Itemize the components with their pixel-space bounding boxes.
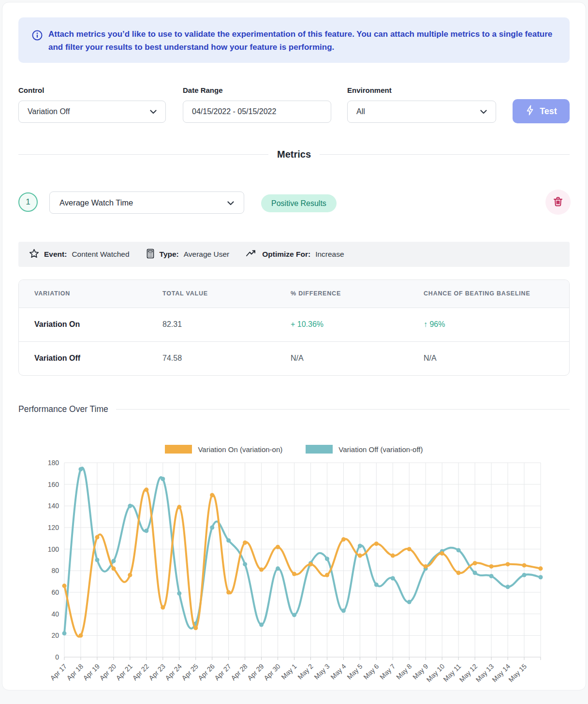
total-value: 82.31 [147, 308, 275, 341]
svg-text:Apr 23: Apr 23 [147, 662, 167, 682]
metric-select[interactable]: Average Watch Time [49, 191, 244, 214]
metrics-section-title: Metrics [268, 149, 320, 160]
svg-text:Apr 22: Apr 22 [131, 662, 150, 682]
svg-text:May 8: May 8 [395, 662, 413, 681]
svg-text:80: 80 [51, 567, 59, 574]
svg-text:Apr 18: Apr 18 [65, 662, 85, 682]
info-banner-text: Attach metrics you’d like to use to vali… [48, 28, 559, 54]
svg-text:Apr 29: Apr 29 [246, 662, 265, 682]
col-chance: CHANCE OF BEATING BASELINE [408, 280, 569, 308]
table-row: Variation Off 74.58 N/A N/A [19, 341, 569, 375]
svg-text:May 10: May 10 [425, 662, 446, 684]
performance-chart: 020406080100120140160180Apr 17Apr 18Apr … [0, 435, 588, 704]
svg-text:Apr 28: Apr 28 [229, 662, 249, 682]
event-label: Event: [44, 250, 67, 259]
svg-text:20: 20 [51, 631, 59, 639]
bolt-icon [525, 105, 535, 118]
svg-text:Apr 17: Apr 17 [49, 662, 69, 682]
svg-text:Apr 25: Apr 25 [180, 662, 200, 682]
metric-index-badge: 1 [18, 192, 38, 212]
performance-section-header: Performance Over Time [18, 404, 570, 414]
calculator-icon [146, 249, 155, 261]
event-value: Content Watched [72, 250, 129, 259]
svg-text:40: 40 [51, 610, 59, 618]
svg-text:Apr 19: Apr 19 [82, 662, 102, 682]
experiment-results-page: Attach metrics you’d like to use to vali… [0, 0, 588, 704]
table-header-row: VARIATION TOTAL VALUE % DIFFERENCE CHANC… [19, 280, 569, 308]
svg-text:May 2: May 2 [296, 662, 314, 681]
optimize-for-label: Optimize For: [262, 250, 310, 259]
metric-summary-bar: Event: Content Watched Type: Average Use… [18, 242, 570, 267]
total-value: 74.58 [147, 341, 275, 375]
optimize-for-value: Increase [315, 250, 344, 259]
svg-text:May 3: May 3 [312, 662, 331, 681]
trending-up-icon [246, 249, 257, 260]
difference-value: N/A [275, 341, 408, 375]
svg-text:60: 60 [51, 588, 59, 596]
environment-label: Environment [347, 86, 392, 94]
environment-select[interactable]: All [347, 101, 496, 123]
test-button[interactable]: Test [513, 99, 570, 123]
svg-text:May 4: May 4 [329, 662, 347, 681]
divider-line [320, 154, 570, 155]
chevron-down-icon [227, 198, 234, 207]
svg-text:Apr 20: Apr 20 [98, 662, 118, 682]
svg-text:0: 0 [55, 653, 59, 661]
svg-text:May 7: May 7 [378, 662, 397, 681]
variation-name: Variation Off [19, 341, 147, 375]
svg-text:May 6: May 6 [362, 662, 380, 681]
chance-value: N/A [408, 341, 569, 375]
type-value: Average User [184, 250, 229, 259]
date-range-input[interactable]: 04/15/2022 - 05/15/2022 [183, 101, 331, 123]
svg-text:Apr 27: Apr 27 [213, 662, 233, 682]
divider-line [18, 154, 268, 155]
col-total-value: TOTAL VALUE [147, 280, 275, 308]
col-difference: % DIFFERENCE [275, 280, 408, 308]
svg-text:100: 100 [48, 545, 59, 553]
svg-text:Apr 21: Apr 21 [115, 662, 134, 682]
info-icon [32, 30, 43, 41]
svg-text:160: 160 [48, 481, 59, 488]
star-icon [29, 249, 39, 261]
delete-metric-button[interactable] [545, 190, 571, 215]
environment-select-value: All [356, 107, 365, 116]
metrics-section-divider: Metrics [18, 149, 570, 160]
type-label: Type: [160, 250, 179, 259]
chevron-down-icon [150, 107, 157, 116]
info-banner: Attach metrics you’d like to use to vali… [18, 17, 570, 63]
svg-text:180: 180 [48, 459, 59, 467]
chance-value: ↑ 96% [408, 308, 569, 341]
test-button-label: Test [540, 106, 557, 117]
date-range-label: Date Range [183, 86, 223, 94]
svg-text:Apr 30: Apr 30 [262, 662, 282, 682]
svg-text:120: 120 [48, 524, 59, 531]
performance-title: Performance Over Time [18, 404, 108, 414]
svg-text:May 1: May 1 [279, 662, 298, 681]
svg-text:May 15: May 15 [507, 662, 528, 684]
control-label: Control [18, 86, 44, 94]
divider-line [116, 409, 570, 410]
svg-text:Apr 24: Apr 24 [163, 662, 183, 682]
trash-icon [552, 196, 564, 209]
date-range-value: 04/15/2022 - 05/15/2022 [192, 107, 276, 116]
table-row: Variation On 82.31 + 10.36% ↑ 96% [19, 308, 569, 341]
col-variation: VARIATION [19, 280, 147, 308]
difference-value: + 10.36% [275, 308, 408, 341]
positive-results-badge: Positive Results [261, 194, 337, 212]
metric-select-value: Average Watch Time [59, 198, 133, 207]
chevron-down-icon [480, 107, 487, 116]
svg-text:140: 140 [48, 502, 59, 510]
control-select-value: Variation Off [28, 107, 70, 116]
variation-results-table: VARIATION TOTAL VALUE % DIFFERENCE CHANC… [18, 279, 570, 376]
control-select[interactable]: Variation Off [18, 101, 166, 123]
svg-text:Apr 26: Apr 26 [196, 662, 216, 682]
svg-text:May 5: May 5 [345, 662, 364, 681]
variation-name: Variation On [19, 308, 147, 341]
